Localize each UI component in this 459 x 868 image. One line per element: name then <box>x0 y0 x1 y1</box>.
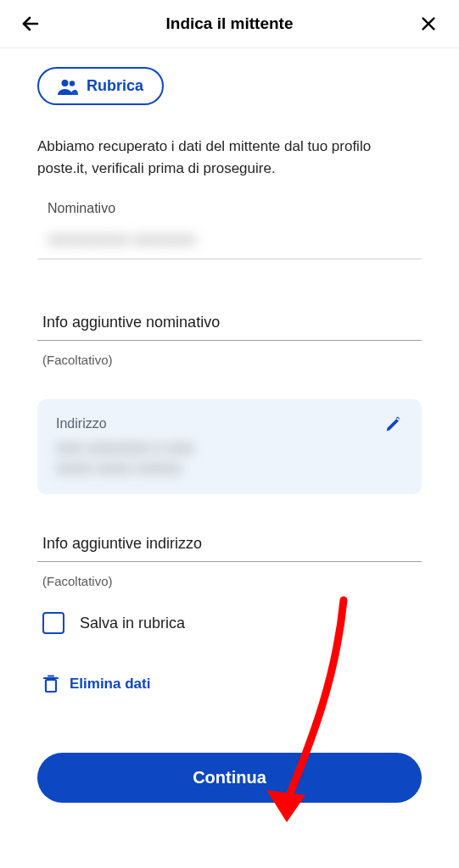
back-button[interactable] <box>19 12 42 36</box>
rubrica-button-label: Rubrica <box>87 77 143 95</box>
input-placeholder: Info aggiuntive indirizzo <box>42 535 202 552</box>
info-agg-nominativo-hint: (Facoltativo) <box>37 353 422 367</box>
svg-point-4 <box>70 81 75 86</box>
nominativo-field: Nominativo XXXXXXXXX XXXXXXX <box>37 201 422 259</box>
indirizzo-label: Indirizzo <box>56 416 403 431</box>
trash-icon <box>42 675 59 693</box>
rubrica-button[interactable]: Rubrica <box>37 67 164 105</box>
continue-button[interactable]: Continua <box>37 753 422 803</box>
info-text: Abbiamo recuperato i dati del mittente d… <box>37 136 422 179</box>
pencil-icon <box>384 415 403 433</box>
page-title: Indica il mittente <box>166 14 294 33</box>
svg-rect-5 <box>46 680 56 692</box>
nominativo-value[interactable]: XXXXXXXXX XXXXXXX <box>37 233 422 248</box>
content: Rubrica Abbiamo recuperato i dati del mi… <box>0 48 459 825</box>
info-agg-nominativo-input[interactable]: Info aggiuntive nominativo <box>37 309 422 341</box>
arrow-left-icon <box>20 14 41 34</box>
continue-label: Continua <box>193 768 266 787</box>
redacted-text: XXX XXXXXXX X XXX <box>56 442 403 457</box>
save-contact-checkbox[interactable] <box>42 612 64 634</box>
close-icon <box>419 14 438 33</box>
redacted-text: XXXX XXXX XXXXX <box>56 462 403 477</box>
people-icon <box>58 78 78 95</box>
delete-data-button[interactable]: Elimina dati <box>37 675 422 693</box>
divider <box>37 259 422 259</box>
info-agg-indirizzo-hint: (Facoltativo) <box>37 574 422 588</box>
save-contact-label: Salva in rubrica <box>80 615 185 632</box>
svg-point-3 <box>62 80 69 86</box>
redacted-text: XXXXXXXXX XXXXXXX <box>48 233 196 248</box>
delete-data-label: Elimina dati <box>70 676 150 693</box>
close-button[interactable] <box>417 12 440 36</box>
indirizzo-card: Indirizzo XXX XXXXXXX X XXX XXXX XXXX XX… <box>37 399 422 494</box>
edit-address-button[interactable] <box>384 415 403 437</box>
info-agg-indirizzo-input[interactable]: Info aggiuntive indirizzo <box>37 530 422 562</box>
header: Indica il mittente <box>0 0 459 48</box>
input-placeholder: Info aggiuntive nominativo <box>42 314 220 331</box>
save-contact-row[interactable]: Salva in rubrica <box>37 612 422 634</box>
nominativo-label: Nominativo <box>37 201 422 216</box>
